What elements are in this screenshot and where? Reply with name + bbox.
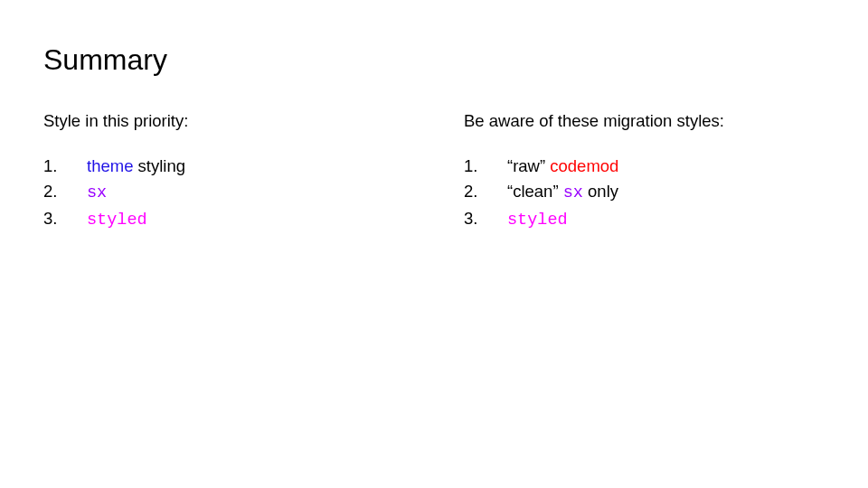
list-item: theme styling xyxy=(43,154,464,179)
right-lead: Be aware of these migration styles: xyxy=(464,111,844,131)
text-run: “clean” xyxy=(507,182,563,201)
text-run: codemod xyxy=(550,156,618,175)
left-lead: Style in this priority: xyxy=(43,111,464,131)
list-item: “raw” codemod xyxy=(464,154,844,179)
list-item: “clean” sx only xyxy=(464,179,844,206)
text-run: styled xyxy=(507,211,568,230)
text-run: sx xyxy=(87,183,107,202)
text-run: “raw” xyxy=(507,156,550,175)
text-run: styling xyxy=(133,156,185,175)
right-column: Be aware of these migration styles: “raw… xyxy=(464,111,844,232)
list-item: sx xyxy=(43,179,464,206)
left-list: theme stylingsxstyled xyxy=(43,154,464,232)
list-item: styled xyxy=(43,206,464,233)
slide-title: Summary xyxy=(43,43,825,77)
text-run: sx xyxy=(563,183,583,202)
text-run: theme xyxy=(87,156,133,175)
columns: Style in this priority: theme stylingsxs… xyxy=(43,111,825,232)
left-column: Style in this priority: theme stylingsxs… xyxy=(43,111,464,232)
list-item: styled xyxy=(464,206,844,233)
text-run: only xyxy=(583,182,618,201)
text-run: styled xyxy=(87,211,147,230)
right-list: “raw” codemod“clean” sx onlystyled xyxy=(464,154,844,232)
